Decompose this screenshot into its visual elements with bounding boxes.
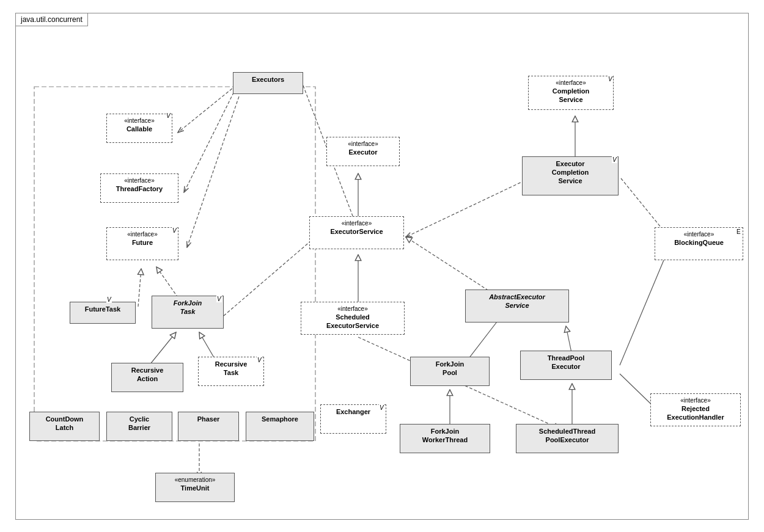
semaphore-box: Semaphore: [246, 412, 314, 441]
exchanger-box: Exchanger: [320, 404, 386, 434]
svg-line-19: [620, 253, 667, 365]
scheduledthread-poolexecutor-box: ScheduledThreadPoolExecutor: [516, 424, 619, 453]
recursive-task-box: RecursiveTask: [198, 357, 264, 386]
executor-completion-box: ExecutorCompletionService: [522, 156, 619, 195]
svg-line-2: [187, 97, 239, 247]
callable-box: «interface» Callable: [106, 114, 172, 143]
v-completion: V: [608, 76, 613, 82]
svg-line-0: [178, 86, 236, 133]
futuretask-box: FutureTask: [70, 302, 136, 324]
e-blocking-queue: E: [736, 228, 741, 235]
executors-box: Executors: [233, 72, 303, 94]
svg-line-7: [621, 178, 667, 235]
v-callable: V: [166, 112, 171, 119]
executor-box: «interface» Executor: [326, 137, 400, 166]
v-futuretask: V: [106, 296, 112, 303]
forkjoin-workerthread-box: ForkJoinWorkerThread: [400, 424, 490, 453]
scheduled-executor-service-box: «interface» ScheduledExecutorService: [301, 302, 405, 335]
recursive-action-box: RecursiveAction: [111, 363, 183, 392]
future-box: «interface» Future: [106, 227, 178, 260]
countdown-latch-box: CountDownLatch: [29, 412, 100, 441]
cyclic-barrier-box: CyclicBarrier: [106, 412, 172, 441]
rejected-execution-box: «interface» RejectedExecutionHandler: [650, 393, 741, 426]
completion-service-box: «interface» CompletionService: [528, 76, 614, 110]
timeunit-box: «enumeration» TimeUnit: [155, 473, 235, 502]
forkjointask-box: ForkJoinTask: [152, 296, 224, 329]
abstract-executor-box: AbstractExecutorService: [465, 290, 569, 322]
v-recursive-task: V: [257, 357, 262, 363]
phaser-box: Phaser: [178, 412, 239, 441]
v-exec-completion: V: [612, 156, 617, 163]
executor-service-box: «interface» ExecutorService: [309, 216, 404, 249]
diagram-container: java.util.concurrent: [15, 13, 749, 520]
v-forkjointask: V: [216, 296, 222, 302]
forkjoin-pool-box: ForkJoinPool: [410, 357, 490, 386]
v-future: V: [172, 227, 177, 234]
svg-line-6: [406, 178, 529, 237]
diagram-title: java.util.concurrent: [16, 13, 88, 26]
svg-line-1: [184, 88, 236, 192]
arrows-svg: [16, 13, 748, 519]
blocking-queue-box: «interface» BlockingQueue: [655, 227, 743, 260]
threadpool-executor-box: ThreadPoolExecutor: [520, 351, 612, 380]
threadfactory-box: «interface» ThreadFactory: [100, 173, 178, 203]
v-exchanger: V: [379, 404, 384, 411]
svg-line-8: [138, 269, 141, 307]
